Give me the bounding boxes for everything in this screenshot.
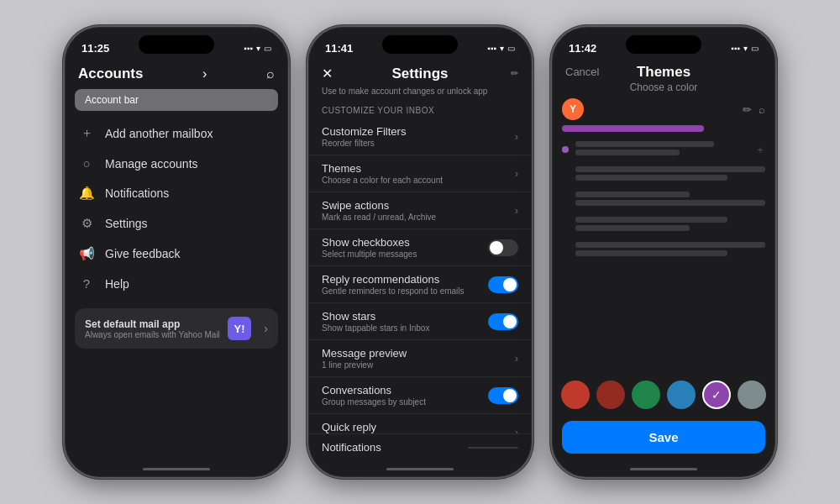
- color-dark-red[interactable]: [596, 381, 625, 409]
- setting-checkboxes[interactable]: Show checkboxes Select multiple messages: [308, 229, 532, 266]
- status-time-2: 11:41: [325, 42, 353, 55]
- setting-themes[interactable]: Themes Choose a color for each account ›: [308, 155, 532, 192]
- setting-title-stars: Show stars: [322, 310, 429, 323]
- p1-menu: ＋ Add another mailbox ○ Manage accounts …: [65, 114, 288, 302]
- email-lines-5: [575, 242, 765, 259]
- gear-icon: ⚙: [78, 216, 95, 231]
- battery-icon-2: ▭: [507, 44, 515, 53]
- menu-item-feedback[interactable]: 📢 Give feedback: [65, 239, 288, 269]
- setting-sub-conversations: Group messages by subject: [322, 397, 426, 407]
- setting-swipe-actions[interactable]: Swipe actions Mark as read / unread, Arc…: [308, 192, 532, 229]
- p1-chevron-icon[interactable]: ›: [202, 66, 207, 81]
- setting-text-conversations: Conversations Group messages by subject: [322, 384, 426, 407]
- chevron-icon-filters: ›: [515, 131, 518, 143]
- menu-item-help[interactable]: ? Help: [65, 269, 288, 298]
- setting-show-stars[interactable]: Show stars Show tappable stars in Inbox: [308, 303, 532, 340]
- p1-default-mail-card[interactable]: Set default mail app Always open emails …: [75, 308, 278, 349]
- p1-accounts-header: Accounts › ⌕: [65, 62, 288, 89]
- toggle-conversations[interactable]: [488, 387, 518, 404]
- setting-customize-filters[interactable]: Customize Filters Reorder filters ›: [308, 118, 532, 155]
- p3-subtitle: Choose a color: [552, 81, 775, 98]
- email-line-title-5: [575, 242, 765, 248]
- setting-title-filters: Customize Filters: [322, 125, 406, 138]
- email-line-title-2: [575, 166, 765, 172]
- status-icons-3: ▪▪▪ ▾ ▭: [731, 44, 759, 53]
- p1-title: Accounts: [78, 66, 143, 82]
- unread-dot-1: [562, 146, 569, 153]
- toggle-reply-rec[interactable]: [488, 276, 518, 293]
- accent-bar: [562, 125, 704, 132]
- p1-card-chevron: ›: [264, 322, 268, 335]
- toggle-checkboxes[interactable]: [488, 239, 518, 256]
- p3-account-row: Y ✏ ⌕: [562, 98, 765, 120]
- home-bar-line-3: [630, 468, 697, 470]
- menu-item-add-mailbox[interactable]: ＋ Add another mailbox: [65, 118, 288, 149]
- megaphone-icon: 📢: [78, 246, 95, 261]
- phone-3: 11:42 ▪▪▪ ▾ ▭ Cancel Themes Choose a col…: [550, 25, 777, 479]
- pencil-icon[interactable]: ✏: [743, 103, 752, 116]
- add-icon: ＋: [78, 125, 95, 141]
- p3-email-preview: Y ✏ ⌕ ＋: [552, 98, 775, 374]
- setting-sub-themes: Choose a color for each account: [322, 176, 443, 185]
- color-purple[interactable]: ✓: [702, 381, 731, 409]
- cancel-button[interactable]: Cancel: [565, 66, 599, 78]
- p2-settings-list: Customize Filters Reorder filters › Them…: [308, 118, 532, 433]
- email-line-sub-5: [575, 250, 727, 256]
- unread-dot-5: [562, 247, 569, 254]
- setting-sub-preview: 1 line preview: [322, 360, 407, 370]
- email-lines-3: [575, 192, 765, 208]
- email-line-title-1: [575, 141, 714, 147]
- setting-text-swipe: Swipe actions Mark as read / unread, Arc…: [322, 199, 436, 222]
- home-bar-line-1: [143, 468, 210, 470]
- setting-title-reply: Reply recommendations: [322, 273, 465, 286]
- unread-dot-2: [562, 171, 569, 178]
- menu-label-add: Add another mailbox: [105, 127, 213, 140]
- menu-label-notifications: Notifications: [105, 186, 169, 200]
- chevron-icon-themes: ›: [515, 168, 518, 180]
- home-bar-3: [552, 460, 775, 477]
- p1-account-bar[interactable]: Account bar: [75, 89, 278, 111]
- menu-item-notifications[interactable]: 🔔 Notifications: [65, 178, 288, 208]
- bell-icon: 🔔: [78, 186, 95, 201]
- setting-conversations[interactable]: Conversations Group messages by subject: [308, 377, 532, 414]
- setting-reply-rec[interactable]: Reply recommendations Gentle reminders t…: [308, 266, 532, 303]
- color-blue[interactable]: [667, 381, 696, 409]
- p3-themes-header: Cancel Themes: [552, 62, 775, 81]
- edit-icon[interactable]: ✏: [511, 68, 518, 79]
- setting-text-checkboxes: Show checkboxes Select multiple messages: [322, 236, 417, 259]
- color-green[interactable]: [632, 381, 660, 409]
- menu-item-manage-accounts[interactable]: ○ Manage accounts: [65, 149, 288, 178]
- p1-account-bar-label: Account bar: [85, 94, 139, 106]
- unread-dot-4: [562, 222, 569, 228]
- home-bar-2: [308, 460, 532, 477]
- setting-title-themes: Themes: [322, 162, 443, 175]
- p1-search-icon[interactable]: ⌕: [266, 66, 275, 81]
- chevron-icon-preview: ›: [515, 353, 518, 365]
- setting-quick-reply[interactable]: Quick reply Reply suggestions ›: [308, 414, 532, 433]
- toggle-stars[interactable]: [488, 313, 518, 330]
- setting-sub-reply: Gentle reminders to respond to emails: [322, 286, 465, 296]
- p2-subtitle: Use to make account changes or unlock ap…: [308, 87, 532, 101]
- color-red[interactable]: [561, 381, 590, 409]
- status-icons-2: ▪▪▪ ▾ ▭: [487, 44, 515, 53]
- menu-item-settings[interactable]: ⚙ Settings: [65, 208, 288, 239]
- setting-msg-preview[interactable]: Message preview 1 line preview ›: [308, 340, 532, 377]
- wifi-icon-3: ▾: [743, 44, 748, 53]
- p2-notifications-bar[interactable]: Notifications: [308, 433, 532, 460]
- setting-text-themes: Themes Choose a color for each account: [322, 162, 443, 185]
- setting-sub-checkboxes: Select multiple messages: [322, 249, 417, 259]
- email-line-sub-2: [575, 175, 727, 181]
- email-list-item-5: [562, 238, 765, 263]
- p1-card-text: Set default mail app Always open emails …: [85, 318, 220, 339]
- p2-section-header: CUSTOMIZE YOUR INBOX: [308, 101, 532, 118]
- email-list-item-1: ＋: [562, 137, 765, 162]
- color-gray[interactable]: [738, 381, 766, 409]
- menu-label-settings: Settings: [105, 217, 148, 230]
- notification-bar-line: [468, 447, 518, 449]
- phone-1: 11:25 ▪▪▪ ▾ ▭ Accounts › ⌕ Account bar ＋…: [63, 25, 290, 479]
- search-icon[interactable]: ⌕: [759, 103, 765, 116]
- close-button[interactable]: ✕: [322, 66, 333, 81]
- save-button[interactable]: Save: [562, 421, 765, 454]
- email-chevron-1: ＋: [755, 143, 765, 157]
- email-line-sub-4: [575, 225, 690, 231]
